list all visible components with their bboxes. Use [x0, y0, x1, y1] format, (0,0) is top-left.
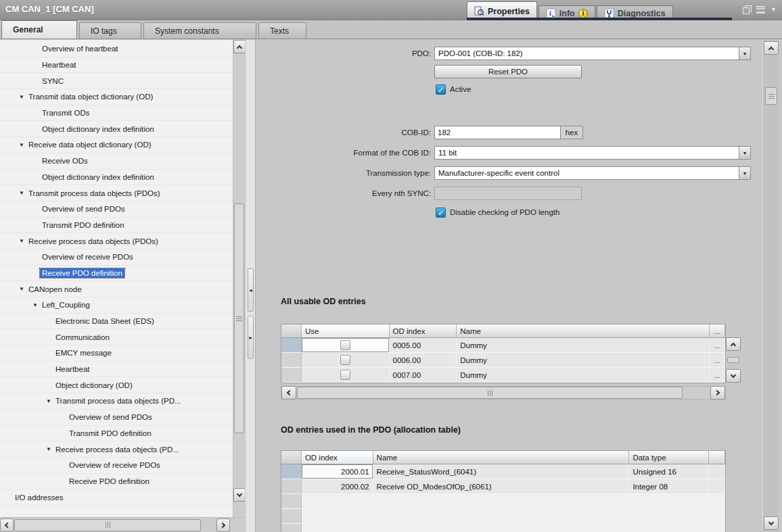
use-cell[interactable] — [302, 353, 390, 368]
row-selector[interactable] — [281, 524, 302, 532]
tree-item[interactable]: Overview of send PDOs — [0, 410, 233, 426]
tree-item[interactable]: Overview of send PDOs — [0, 201, 233, 218]
use-checkbox[interactable] — [340, 340, 350, 350]
table-row-empty[interactable] — [281, 509, 725, 524]
scroll-up-button[interactable] — [233, 40, 246, 53]
tree-item[interactable]: ▼CANopen node — [0, 281, 233, 297]
disable-pdo-length-checkbox[interactable]: ✓ — [436, 208, 446, 218]
expand-right-button[interactable]: ► — [248, 316, 254, 359]
scroll-right-button[interactable] — [710, 386, 725, 400]
tree-collapse-icon[interactable]: ▼ — [46, 446, 51, 452]
tab-texts[interactable]: Texts — [258, 22, 306, 39]
scroll-down-button[interactable] — [726, 369, 741, 383]
table-row[interactable]: 0006.00Dummy... — [281, 353, 725, 368]
table-row-empty[interactable] — [281, 524, 725, 532]
use-checkbox[interactable] — [340, 370, 350, 380]
tree-item[interactable]: ▼Transmit process data objects (PD... — [0, 393, 233, 410]
use-cell[interactable] — [302, 368, 390, 383]
dropdown-arrow-icon[interactable]: ▼ — [739, 167, 750, 179]
usable-table-hscrollbar[interactable] — [281, 386, 726, 400]
column-header-name[interactable]: Name — [373, 451, 630, 464]
tab-general[interactable]: General — [1, 20, 77, 39]
name-cell[interactable]: Dummy — [457, 338, 710, 353]
column-header-name[interactable]: Name — [457, 324, 710, 338]
usable-table-hscroll-thumb[interactable] — [297, 387, 683, 399]
tree-item[interactable]: ▼Transmit process data objects (PDOs) — [0, 185, 233, 201]
tree-collapse-icon[interactable]: ▼ — [32, 302, 38, 308]
table-row-empty[interactable] — [281, 494, 725, 509]
scroll-down-button[interactable] — [764, 516, 779, 530]
format-select[interactable]: 11 bit ▼ — [434, 146, 751, 160]
dropdown-arrow-icon[interactable]: ▼ — [739, 47, 750, 59]
tree-scroll-thumb[interactable] — [234, 203, 244, 433]
tree-item[interactable]: Receive ODs — [0, 153, 233, 170]
name-cell[interactable]: Dummy — [457, 353, 710, 368]
scroll-left-button[interactable] — [281, 386, 296, 400]
usable-table-scroll-thumb[interactable] — [727, 357, 739, 363]
column-header-od-index[interactable]: OD index — [390, 324, 457, 338]
transmission-select[interactable]: Manufacturer-specific event control ▼ — [434, 166, 751, 180]
list-icon[interactable] — [756, 6, 765, 14]
row-selector[interactable] — [281, 464, 302, 479]
tree-item[interactable]: SYNC — [0, 73, 233, 89]
tree-item[interactable]: ▼Receive data object dictionary (OD) — [0, 137, 233, 153]
name-cell[interactable]: Dummy — [457, 368, 710, 383]
tree-item[interactable]: Communication — [0, 329, 233, 345]
table-row[interactable]: 0005.00Dummy... — [281, 338, 725, 353]
tree-item[interactable]: Object dictionary (OD) — [0, 377, 233, 393]
more-cell[interactable]: ... — [710, 368, 725, 383]
tree-item[interactable]: Heartbeat — [0, 362, 233, 378]
tree-item[interactable]: Object dictionary index definition — [0, 170, 233, 186]
tree-item[interactable]: Overview of heartbeat — [0, 41, 233, 57]
use-cell[interactable] — [302, 338, 390, 353]
pdo-select[interactable]: PDO-001 (COB-ID: 182) ▼ — [434, 47, 751, 60]
tree-collapse-icon[interactable]: ▼ — [19, 286, 24, 292]
data-type-cell[interactable]: Integer 08 — [629, 479, 709, 494]
tree-item[interactable]: ▼Receive process data objects (PD... — [0, 441, 233, 458]
scroll-down-button[interactable] — [233, 488, 246, 502]
tree-item[interactable]: ▼Receive process data objects (PDOs) — [0, 233, 233, 249]
table-row[interactable]: 2000.01Receive_StatusWord_(6041)Unsigned… — [281, 464, 725, 479]
dropdown-arrow-icon[interactable]: ▼ — [739, 147, 750, 159]
row-selector[interactable] — [281, 479, 302, 494]
tree-item[interactable]: Overview of receive PDOs — [0, 458, 233, 474]
column-header-od-index[interactable]: OD index — [302, 451, 373, 464]
tree-item[interactable]: Object dictionary index definition — [0, 121, 233, 137]
tree-item[interactable]: Electronic Data Sheet (EDS) — [0, 314, 233, 330]
menu-arrow-icon[interactable]: ▼ — [770, 6, 777, 13]
table-row[interactable]: 2000.02Receive OD_ModesOfOp_(6061)Intege… — [281, 479, 725, 494]
row-selector[interactable] — [281, 509, 302, 524]
name-cell[interactable]: Receive OD_ModesOfOp_(6061) — [373, 479, 630, 494]
data-type-cell[interactable]: Unsigned 16 — [629, 464, 709, 479]
scroll-right-button[interactable] — [216, 518, 230, 532]
row-selector[interactable] — [281, 338, 302, 353]
column-header-data-type[interactable]: Data type — [629, 451, 709, 464]
tree-item[interactable]: ▼Left_Coupling — [0, 297, 233, 314]
tree-vertical-scrollbar[interactable] — [233, 40, 245, 517]
tree-item[interactable]: Transmit PDO definition — [0, 218, 233, 234]
scroll-up-button[interactable] — [726, 337, 741, 351]
name-cell[interactable]: Receive_StatusWord_(6041) — [373, 464, 630, 479]
tree-collapse-icon[interactable]: ▼ — [19, 142, 24, 148]
row-selector[interactable] — [281, 368, 302, 383]
reset-pdo-button[interactable]: Reset PDO — [434, 65, 582, 78]
panel-splitter[interactable]: ◄ ► — [245, 40, 256, 532]
tab-system-constants[interactable]: System constants — [143, 22, 256, 39]
column-header-more[interactable]: ... — [710, 324, 725, 338]
od-index-cell[interactable]: 0006.00 — [390, 353, 457, 368]
od-index-cell[interactable]: 0005.00 — [390, 338, 457, 353]
tree-item[interactable]: Receive PDO definition — [0, 474, 233, 490]
use-checkbox[interactable] — [340, 355, 350, 365]
table-row[interactable]: 0007.00Dummy... — [281, 368, 725, 383]
collapse-left-button[interactable]: ◄ — [248, 268, 254, 312]
tree-collapse-icon[interactable]: ▼ — [46, 398, 51, 404]
tree-hscroll-thumb[interactable] — [14, 519, 201, 531]
row-selector[interactable] — [281, 494, 302, 509]
tree-item[interactable]: I/O addresses — [0, 489, 233, 506]
tree-collapse-icon[interactable]: ▼ — [19, 190, 24, 196]
od-index-cell[interactable]: 2000.01 — [302, 464, 373, 479]
od-index-cell[interactable]: 2000.02 — [302, 479, 373, 494]
tree-collapse-icon[interactable]: ▼ — [19, 238, 24, 244]
restore-icon[interactable] — [743, 5, 751, 14]
tree-item[interactable]: EMCY message — [0, 345, 233, 362]
